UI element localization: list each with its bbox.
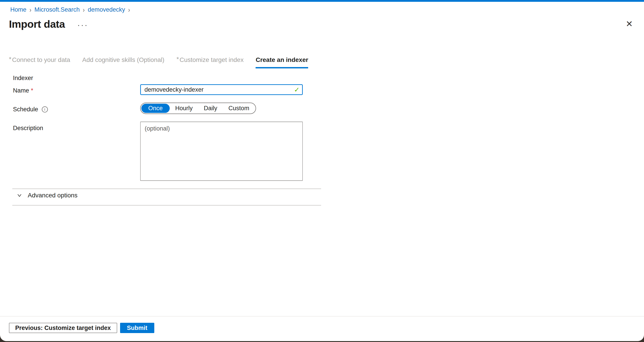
required-asterisk: *	[9, 56, 12, 62]
breadcrumb-separator-icon: ›	[128, 6, 130, 14]
name-label-text: Name	[13, 87, 29, 94]
chevron-down-icon	[16, 192, 23, 199]
required-asterisk: *	[31, 87, 33, 94]
schedule-option-hourly[interactable]: Hourly	[170, 104, 198, 113]
breadcrumb-link-home[interactable]: Home	[10, 6, 26, 13]
tab-connect-to-your-data[interactable]: *Connect to your data	[9, 56, 70, 68]
previous-button[interactable]: Previous: Customize target index	[9, 323, 117, 333]
page-title: Import data	[9, 18, 65, 30]
divider	[12, 205, 321, 206]
schedule-field-label: Schedule i	[13, 106, 48, 113]
tab-customize-target-index[interactable]: *Customize target index	[176, 56, 244, 68]
tab-label: Add cognitive skills (Optional)	[82, 56, 164, 63]
azure-top-accent-bar	[0, 0, 644, 2]
required-asterisk: *	[176, 56, 179, 62]
schedule-option-custom[interactable]: Custom	[223, 104, 255, 113]
description-textarea[interactable]	[140, 122, 303, 181]
breadcrumb: Home › Microsoft.Search › demovedecky ›	[10, 6, 130, 13]
tab-add-cognitive-skills[interactable]: Add cognitive skills (Optional)	[82, 56, 164, 68]
close-icon[interactable]: ✕	[626, 20, 633, 28]
submit-button[interactable]: Submit	[120, 323, 154, 333]
name-field-wrapper: ✓	[140, 84, 303, 95]
breadcrumb-link-microsoft-search[interactable]: Microsoft.Search	[34, 6, 80, 13]
schedule-label-text: Schedule	[13, 106, 38, 113]
advanced-options-label: Advanced options	[28, 192, 78, 199]
tab-label: Customize target index	[180, 56, 244, 63]
footer-actions: Previous: Customize target index Submit	[9, 323, 154, 333]
description-field-label: Description	[13, 125, 43, 132]
tab-label: Create an indexer	[256, 56, 308, 63]
tab-label: Connect to your data	[12, 56, 70, 63]
schedule-option-once[interactable]: Once	[141, 104, 170, 113]
advanced-options-toggle[interactable]: Advanced options	[16, 192, 78, 199]
import-data-page: Home › Microsoft.Search › demovedecky › …	[0, 0, 644, 341]
breadcrumb-separator-icon: ›	[83, 6, 85, 14]
info-icon[interactable]: i	[42, 106, 48, 112]
breadcrumb-link-demovedecky[interactable]: demovedecky	[88, 6, 125, 13]
breadcrumb-separator-icon: ›	[30, 6, 31, 14]
divider	[12, 188, 321, 189]
tab-create-an-indexer[interactable]: Create an indexer	[256, 56, 308, 68]
more-options-icon[interactable]: ···	[77, 20, 88, 29]
schedule-option-daily[interactable]: Daily	[198, 104, 223, 113]
schedule-pill-group: Once Hourly Daily Custom	[140, 102, 256, 114]
tab-bar: *Connect to your data Add cognitive skil…	[9, 56, 308, 68]
footer-divider	[0, 316, 644, 316]
name-field-label: Name*	[13, 87, 33, 94]
indexer-section-label: Indexer	[13, 75, 33, 82]
indexer-name-input[interactable]	[140, 84, 303, 95]
